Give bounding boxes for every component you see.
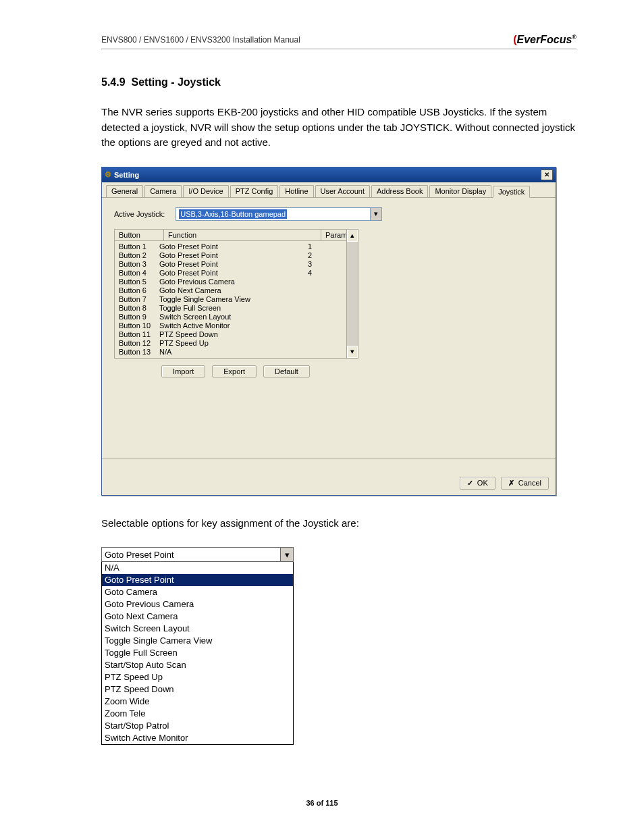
cell-parameter	[308, 357, 348, 359]
option-ptz-speed-down[interactable]: PTZ Speed Down	[102, 683, 293, 696]
table-row[interactable]: Button 4Goto Preset Point4	[115, 269, 358, 278]
close-button[interactable]: ✕	[541, 170, 553, 180]
x-icon: ✗	[508, 479, 514, 488]
cell-button: Button 14	[119, 357, 159, 359]
cell-button: Button 3	[119, 260, 159, 269]
cell-parameter	[308, 278, 348, 286]
cell-button: Button 6	[119, 286, 159, 295]
scroll-up-icon[interactable]: ▴	[347, 230, 358, 242]
dialog-bottom-bar: ✓ OK ✗ Cancel	[102, 471, 556, 495]
option-zoom-wide[interactable]: Zoom Wide	[102, 696, 293, 708]
cell-button: Button 8	[119, 304, 159, 313]
table-row[interactable]: Button 12PTZ Speed Up	[115, 339, 358, 348]
option-start-stop-patrol[interactable]: Start/Stop Patrol	[102, 720, 293, 732]
cell-parameter: 2	[308, 251, 348, 260]
option-zoom-tele[interactable]: Zoom Tele	[102, 708, 293, 720]
table-row[interactable]: Button 7Toggle Single Camera View	[115, 295, 358, 304]
option-switch-screen-layout[interactable]: Switch Screen Layout	[102, 623, 293, 635]
page-header: ENVS800 / ENVS1600 / ENVS3200 Installati…	[101, 34, 576, 49]
gear-icon: ⚙	[105, 170, 111, 179]
function-dropdown-open: Goto Preset Point ▾ N/AGoto Preset Point…	[101, 547, 294, 745]
tab-hotline[interactable]: Hotline	[279, 185, 313, 197]
table-row[interactable]: Button 9Switch Screen Layout	[115, 313, 358, 321]
table-row[interactable]: Button 8Toggle Full Screen	[115, 304, 358, 313]
cell-button: Button 9	[119, 313, 159, 321]
ok-button[interactable]: ✓ OK	[460, 477, 495, 490]
option-goto-camera[interactable]: Goto Camera	[102, 586, 293, 598]
option-goto-next-camera[interactable]: Goto Next Camera	[102, 610, 293, 623]
option-n-a[interactable]: N/A	[102, 562, 293, 574]
cell-function: Goto Preset Point	[159, 269, 308, 278]
cell-function: Switch Active Monitor	[159, 321, 308, 330]
cell-function: PTZ Speed Down	[159, 330, 308, 339]
table-row[interactable]: Button 11PTZ Speed Down	[115, 330, 358, 339]
combo-value: USB,3-Axis,16-Button gamepad	[179, 209, 287, 219]
dropdown-list: N/AGoto Preset PointGoto CameraGoto Prev…	[101, 562, 294, 745]
check-icon: ✓	[467, 479, 473, 488]
list-header: Button Function Parameter	[115, 230, 358, 241]
table-row[interactable]: Button 1Goto Preset Point1	[115, 242, 358, 251]
cell-button: Button 7	[119, 295, 159, 304]
cell-parameter	[308, 313, 348, 321]
option-start-stop-auto-scan[interactable]: Start/Stop Auto Scan	[102, 659, 293, 671]
dialog-title: Setting	[114, 171, 139, 179]
breadcrumb: ENVS800 / ENVS1600 / ENVS3200 Installati…	[101, 35, 300, 45]
tab-user-account[interactable]: User Account	[315, 185, 370, 197]
option-toggle-single-camera-view[interactable]: Toggle Single Camera View	[102, 635, 293, 647]
option-ptz-speed-up[interactable]: PTZ Speed Up	[102, 671, 293, 683]
scroll-down-icon[interactable]: ▾	[347, 346, 358, 358]
cell-button: Button 5	[119, 278, 159, 286]
table-row[interactable]: Button 6Goto Next Camera	[115, 286, 358, 295]
cell-function: Goto Previous Camera	[159, 278, 308, 286]
cell-function: Switch Screen Layout	[159, 313, 308, 321]
cell-parameter: 1	[308, 242, 348, 251]
tab-general[interactable]: General	[106, 185, 143, 197]
cancel-button[interactable]: ✗ Cancel	[501, 477, 549, 490]
table-row[interactable]: Button 13N/A	[115, 348, 358, 357]
cell-parameter	[308, 339, 348, 348]
col-button: Button	[115, 230, 164, 240]
table-row[interactable]: Button 5Goto Previous Camera	[115, 278, 358, 286]
table-row[interactable]: Button 2Goto Preset Point2	[115, 251, 358, 260]
section-heading: 5.4.9 Setting - Joystick	[101, 76, 576, 88]
option-goto-preset-point[interactable]: Goto Preset Point	[102, 574, 293, 586]
chevron-down-icon: ▾	[280, 548, 293, 561]
option-goto-previous-camera[interactable]: Goto Previous Camera	[102, 598, 293, 610]
cell-function: N/A	[159, 357, 308, 359]
cell-parameter: 3	[308, 260, 348, 269]
tab-i-o-device[interactable]: I/O Device	[183, 185, 228, 197]
option-toggle-full-screen[interactable]: Toggle Full Screen	[102, 647, 293, 659]
cell-button: Button 11	[119, 330, 159, 339]
col-function: Function	[164, 230, 321, 240]
cell-button: Button 10	[119, 321, 159, 330]
option-switch-active-monitor[interactable]: Switch Active Monitor	[102, 732, 293, 744]
default-button[interactable]: Default	[263, 365, 310, 377]
tab-ptz-config[interactable]: PTZ Config	[230, 185, 279, 197]
scrollbar[interactable]: ▴ ▾	[346, 230, 358, 358]
cell-button: Button 1	[119, 242, 159, 251]
table-row[interactable]: Button 3Goto Preset Point3	[115, 260, 358, 269]
active-joystick-label: Active Joystick:	[114, 210, 165, 218]
cell-parameter	[308, 295, 348, 304]
cell-button: Button 12	[119, 339, 159, 348]
cell-button: Button 13	[119, 348, 159, 357]
dropdown-head[interactable]: Goto Preset Point ▾	[101, 547, 294, 562]
cell-parameter	[308, 330, 348, 339]
import-button[interactable]: Import	[161, 365, 205, 377]
export-button[interactable]: Export	[212, 365, 257, 377]
active-joystick-combo[interactable]: USB,3-Axis,16-Button gamepad ▾	[176, 207, 382, 221]
tab-address-book[interactable]: Address Book	[371, 185, 428, 197]
cell-function: PTZ Speed Up	[159, 339, 308, 348]
table-row[interactable]: Button 10Switch Active Monitor	[115, 321, 358, 330]
tab-camera[interactable]: Camera	[144, 185, 182, 197]
cell-function: Toggle Full Screen	[159, 304, 308, 313]
button-mapping-list[interactable]: Button Function Parameter Button 1Goto P…	[114, 229, 358, 359]
tab-monitor-display[interactable]: Monitor Display	[429, 185, 491, 197]
tab-joystick[interactable]: Joystick	[493, 186, 530, 198]
page-number: 36 of 115	[0, 799, 644, 807]
table-row[interactable]: Button 14N/A	[115, 357, 358, 359]
chevron-down-icon: ▾	[370, 208, 381, 220]
cell-button: Button 2	[119, 251, 159, 260]
cell-function: Goto Preset Point	[159, 260, 308, 269]
intro-paragraph: The NVR series supports EKB-200 joystick…	[101, 105, 576, 151]
